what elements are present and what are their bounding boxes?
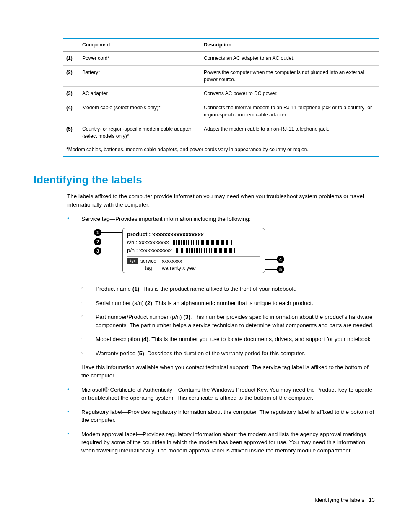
bullet-text: Service tag—Provides important informati… (81, 216, 251, 222)
tag-service: service (140, 258, 156, 265)
sub-bold: (5) (137, 350, 144, 356)
row-num: (3) (63, 90, 82, 97)
callout-5: 5 (277, 266, 284, 273)
hp-logo-icon: hp (127, 258, 138, 264)
sub-bold: (1) (132, 286, 140, 292)
leader-line (101, 232, 124, 233)
row-component: AC adapter (82, 90, 204, 97)
row-component: Country- or region-specific modem cable … (82, 126, 204, 140)
footer-page-number: 13 (369, 497, 375, 503)
table-footnote: *Modem cables, batteries, modem cable ad… (63, 143, 379, 156)
barcode-icon (176, 248, 235, 253)
sub-post: . This is the product name affixed to th… (139, 286, 296, 292)
table-header: Component Description (63, 39, 379, 52)
row-description: Powers the computer when the computer is… (204, 69, 379, 83)
sub-pre: Part number/Product number (p/n) (96, 314, 183, 320)
header-description: Description (204, 42, 379, 48)
service-tag-diagram: 1 2 3 4 5 product : xxxxxxxxxxxxxxxxx s/… (94, 228, 287, 278)
callout-4: 4 (277, 256, 284, 263)
tag-tag: tag (140, 265, 156, 272)
sub-bold: (2) (145, 300, 153, 306)
callout-2: 2 (94, 238, 101, 245)
section-heading: Identifying the labels (34, 173, 379, 186)
row-num: (5) (63, 126, 82, 140)
sub-item: Part number/Product number (p/n) (3). Th… (81, 313, 375, 329)
sub-item: Warranty period (5). Describes the durat… (81, 349, 375, 358)
row-num: (2) (63, 69, 82, 83)
sub-pre: Warranty period (96, 350, 137, 356)
sub-bold: (3) (183, 314, 190, 320)
table-row: (5) Country- or region-specific modem ca… (63, 122, 379, 144)
barcode-icon (173, 240, 232, 245)
have-info-paragraph: Have this information available when you… (81, 363, 375, 380)
row-description: Connects the internal modem to an RJ-11 … (204, 104, 379, 119)
sub-item: Product name (1). This is the product na… (81, 285, 375, 293)
table-row: (4) Modem cable (select models only)* Co… (63, 101, 379, 122)
sub-item: Model description (4). This is the numbe… (81, 335, 375, 343)
header-component: Component (82, 42, 204, 48)
page-footer: Identifying the labels 13 (21, 497, 379, 503)
bullet-coa: Microsoft® Certificate of Authenticity—C… (67, 386, 375, 402)
row-description: Adapts the modem cable to a non-RJ-11 te… (204, 126, 379, 140)
sub-pre: Product name (96, 286, 132, 292)
leader-line (101, 251, 124, 251)
tag-label-box: product : xxxxxxxxxxxxxxxxx s/n : xxxxxx… (122, 228, 265, 273)
sub-post: . This is the number you use to locate d… (148, 336, 372, 342)
tag-model: xxxxxxxx (162, 258, 196, 265)
row-description: Connects an AC adapter to an AC outlet. (204, 55, 379, 62)
row-component: Battery* (82, 69, 204, 83)
components-table: Component Description (1) Power cord* Co… (63, 38, 379, 157)
table-row: (2) Battery* Powers the computer when th… (63, 66, 379, 87)
bullet-service-tag: Service tag—Provides important informati… (67, 215, 375, 380)
sub-bold: (4) (142, 336, 149, 342)
tag-warranty: warranty x year (162, 265, 196, 272)
table-row: (1) Power cord* Connects an AC adapter t… (63, 52, 379, 66)
sub-post: . Describes the duration of the warranty… (144, 350, 305, 356)
tag-product: product : xxxxxxxxxxxxxxxxx (127, 231, 204, 239)
sub-pre: Serial number (s/n) (96, 300, 145, 306)
bullet-modem-approval: Modem approval label—Provides regulatory… (67, 430, 375, 455)
intro-paragraph: The labels affixed to the computer provi… (67, 192, 375, 209)
callout-3: 3 (94, 247, 101, 255)
row-component: Modem cable (select models only)* (82, 104, 204, 119)
tag-pn: p/n : xxxxxxxxxxxx (127, 247, 172, 255)
footer-title: Identifying the labels (314, 497, 364, 503)
callout-1: 1 (94, 229, 101, 236)
sub-post: . This is an alphanumeric number that is… (152, 300, 313, 306)
leader-line (101, 242, 124, 242)
row-num: (1) (63, 55, 82, 62)
row-component: Power cord* (82, 55, 204, 62)
bullet-regulatory: Regulatory label—Provides regulatory inf… (67, 408, 375, 424)
sub-item: Serial number (s/n) (2). This is an alph… (81, 299, 375, 307)
sub-pre: Model description (96, 336, 142, 342)
row-description: Converts AC power to DC power. (204, 90, 379, 97)
table-row: (3) AC adapter Converts AC power to DC p… (63, 87, 379, 101)
row-num: (4) (63, 104, 82, 119)
tag-sn: s/n : xxxxxxxxxxx (127, 239, 169, 247)
